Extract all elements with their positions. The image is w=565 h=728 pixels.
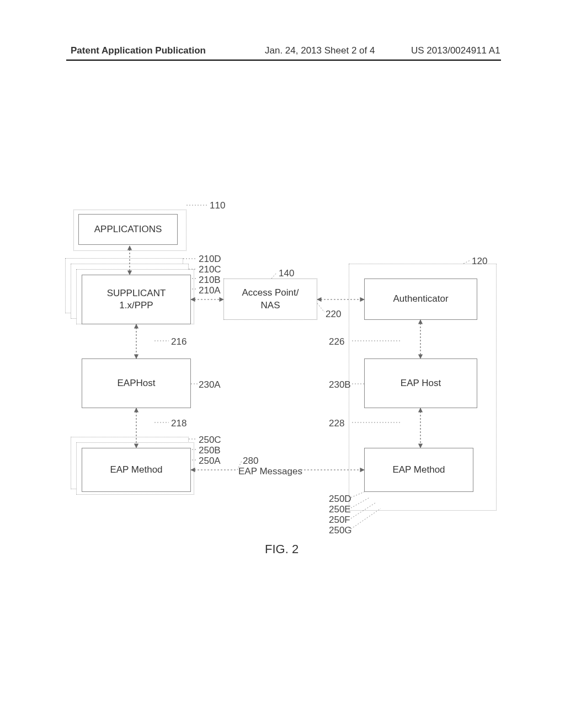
label-120: 120 bbox=[472, 256, 487, 267]
supplicant-label: SUPPLICANT 1.x/PPP bbox=[107, 287, 166, 312]
label-230b: 230B bbox=[329, 379, 351, 390]
svg-line-7 bbox=[317, 303, 324, 312]
eapmethod-right-box-250d: EAP Method bbox=[364, 448, 473, 492]
eap-messages-label: EAP Messages bbox=[238, 466, 302, 477]
label-228: 228 bbox=[329, 418, 344, 429]
label-230a: 230A bbox=[199, 379, 221, 390]
label-226: 226 bbox=[329, 336, 344, 347]
authenticator-box: Authenticator bbox=[364, 279, 477, 320]
diagram: APPLICATIONS SUPPLICANT 1.x/PPP Access P… bbox=[0, 0, 565, 728]
label-250a: 250A bbox=[199, 456, 221, 467]
access-point-box: Access Point/ NAS bbox=[223, 279, 317, 320]
label-250f: 250F bbox=[329, 515, 350, 526]
eapmethod-right-label: EAP Method bbox=[392, 464, 445, 476]
label-110: 110 bbox=[210, 200, 225, 211]
label-250e: 250E bbox=[329, 504, 351, 515]
authenticator-label: Authenticator bbox=[393, 293, 448, 305]
page: { "header": { "left": "Patent Applicatio… bbox=[0, 0, 565, 728]
applications-label: APPLICATIONS bbox=[94, 223, 162, 235]
applications-box: APPLICATIONS bbox=[78, 214, 178, 245]
eaphost-left-box: EAPHost bbox=[82, 358, 191, 408]
supplicant-box-210a: SUPPLICANT 1.x/PPP bbox=[82, 275, 191, 324]
label-210c: 210C bbox=[199, 264, 221, 275]
label-250d: 250D bbox=[329, 494, 351, 505]
label-218: 218 bbox=[171, 418, 186, 429]
label-220: 220 bbox=[326, 309, 341, 320]
svg-line-17 bbox=[351, 508, 381, 529]
label-210b: 210B bbox=[199, 275, 221, 286]
label-140: 140 bbox=[279, 268, 294, 279]
label-250g: 250G bbox=[329, 525, 352, 536]
eaphost-left-label: EAPHost bbox=[118, 377, 156, 389]
label-280: 280 bbox=[243, 456, 258, 467]
eapmethod-left-label: EAP Method bbox=[110, 464, 162, 476]
label-210d: 210D bbox=[199, 254, 221, 265]
eapmethod-left-box-250a: EAP Method bbox=[82, 448, 191, 492]
label-250c: 250C bbox=[199, 435, 221, 446]
svg-line-5 bbox=[271, 272, 277, 279]
eaphost-right-box: EAP Host bbox=[364, 358, 477, 408]
figure-caption: FIG. 2 bbox=[265, 542, 299, 556]
eaphost-right-label: EAP Host bbox=[401, 377, 441, 389]
label-250b: 250B bbox=[199, 445, 221, 456]
access-point-label: Access Point/ NAS bbox=[242, 287, 299, 311]
label-216: 216 bbox=[171, 336, 186, 347]
label-210a: 210A bbox=[199, 285, 221, 296]
